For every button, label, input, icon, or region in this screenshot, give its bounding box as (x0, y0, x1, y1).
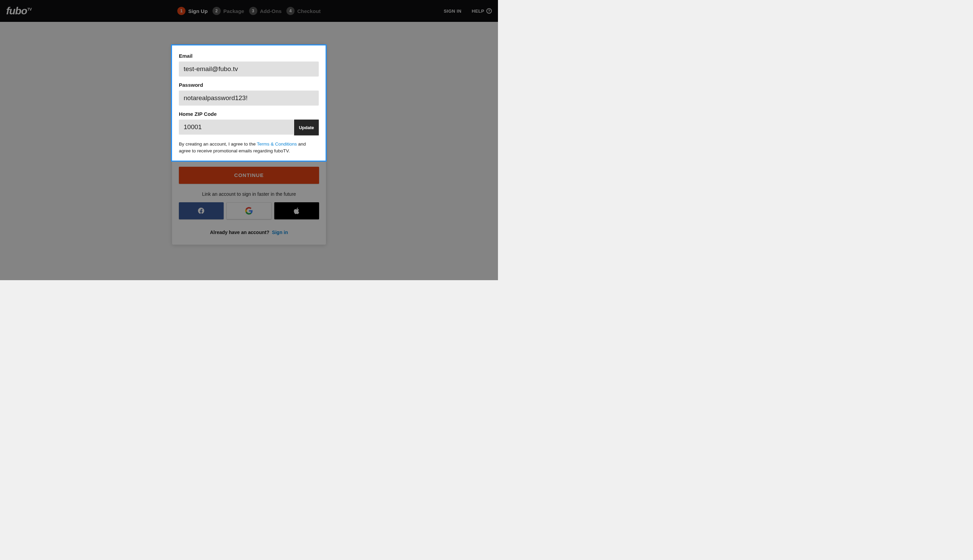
apple-icon (293, 207, 300, 215)
legal-pre-hl: By creating an account, I agree to the (179, 142, 257, 147)
logo-text: fubo (6, 5, 27, 17)
apple-button[interactable] (274, 202, 319, 219)
step-badge-4: 4 (286, 7, 294, 15)
terms-link-hl[interactable]: Terms & Conditions (257, 142, 297, 147)
logo-suffix: TV (27, 7, 32, 11)
facebook-icon (197, 207, 205, 215)
sign-in-link[interactable]: SIGN IN (443, 8, 461, 14)
step-label-3: Add-Ons (260, 8, 281, 14)
fubo-logo[interactable]: fuboTV (6, 5, 32, 17)
step-label-4: Checkout (297, 8, 321, 14)
facebook-button[interactable] (179, 202, 224, 219)
step-addons: 3 Add-Ons (249, 7, 281, 15)
zip-group-hl: Home ZIP Code Update (179, 111, 319, 135)
step-package: 2 Package (212, 7, 244, 15)
sign-in-link-bottom[interactable]: Sign in (272, 230, 288, 235)
email-input-hl[interactable] (179, 62, 319, 77)
help-link[interactable]: HELP ? (471, 8, 492, 14)
zip-label-hl: Home ZIP Code (179, 111, 319, 117)
social-row (179, 202, 319, 219)
continue-button[interactable]: CONTINUE (179, 167, 319, 184)
zip-input-hl[interactable] (179, 120, 293, 135)
email-label-hl: Email (179, 53, 319, 59)
zip-row-hl: Update (179, 120, 319, 135)
google-button[interactable] (226, 202, 272, 219)
google-icon (245, 207, 253, 215)
step-checkout: 4 Checkout (286, 7, 321, 15)
help-label: HELP (471, 8, 484, 14)
step-label-2: Package (223, 8, 244, 14)
header: fuboTV 1 Sign Up 2 Package 3 Add-Ons 4 C… (0, 0, 498, 22)
email-group-hl: Email (179, 53, 319, 77)
header-right: SIGN IN HELP ? (443, 8, 492, 14)
progress-steps: 1 Sign Up 2 Package 3 Add-Ons 4 Checkout (177, 7, 321, 15)
password-group-hl: Password (179, 82, 319, 105)
legal-text-hl: By creating an account, I agree to the T… (179, 141, 319, 155)
step-badge-2: 2 (212, 7, 221, 15)
step-badge-3: 3 (249, 7, 257, 15)
help-icon: ? (486, 8, 492, 14)
password-input-hl[interactable] (179, 90, 319, 105)
step-signup: 1 Sign Up (177, 7, 207, 15)
link-account-text: Link an account to sign in faster in the… (179, 191, 319, 197)
already-have-account: Already have an account? Sign in (179, 230, 319, 235)
highlight-content: Email Password Home ZIP Code Update By c… (172, 45, 326, 161)
step-label-1: Sign Up (188, 8, 207, 14)
password-label-hl: Password (179, 82, 319, 88)
step-badge-1: 1 (177, 7, 186, 15)
already-text: Already have an account? (210, 230, 269, 235)
update-button-hl[interactable]: Update (294, 120, 319, 135)
